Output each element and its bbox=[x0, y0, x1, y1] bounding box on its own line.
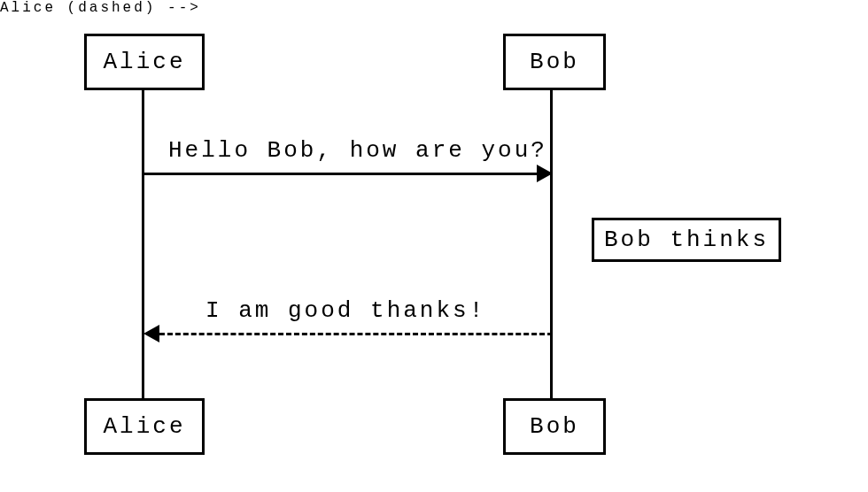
participant-bob-bottom: Bob bbox=[503, 398, 606, 455]
participant-bob-top: Bob bbox=[503, 34, 606, 90]
lifeline-alice bbox=[142, 90, 144, 398]
message-2-label: I am good thanks! bbox=[205, 297, 485, 324]
sequence-diagram: Alice Bob Hello Bob, how are you? Bob th… bbox=[0, 0, 868, 492]
lifeline-bob bbox=[550, 90, 553, 398]
message-1-label: Hello Bob, how are you? bbox=[168, 137, 547, 164]
message-1-line bbox=[143, 173, 537, 175]
note-bob-thinks: Bob thinks bbox=[592, 218, 781, 262]
message-1-arrowhead bbox=[537, 165, 553, 182]
message-2-line bbox=[159, 333, 553, 335]
message-2-arrowhead bbox=[143, 325, 159, 342]
participant-alice-bottom: Alice bbox=[84, 398, 205, 455]
participant-alice-top: Alice bbox=[84, 34, 205, 90]
